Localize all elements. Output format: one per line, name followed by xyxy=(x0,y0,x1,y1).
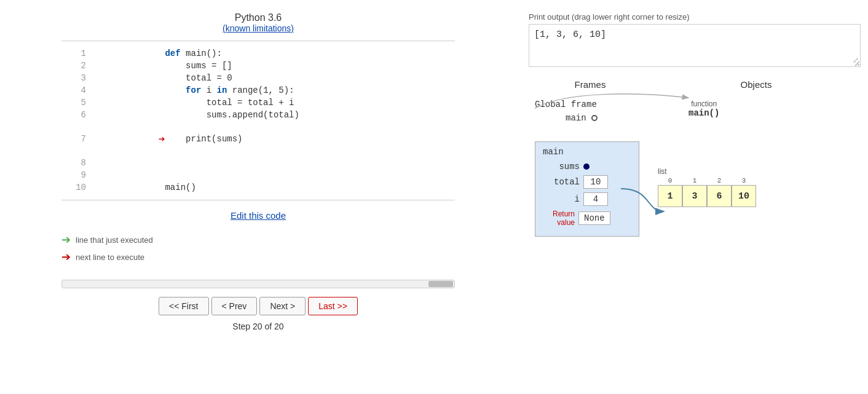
nav-buttons: << First < Prev Next > Last >> xyxy=(159,297,358,315)
scrollbar-area[interactable] xyxy=(61,280,455,288)
legend-green-label: line that just executed xyxy=(76,235,153,245)
var-total-value: 10 xyxy=(583,175,608,189)
list-val-3: 10 xyxy=(732,185,756,207)
arrow-4 xyxy=(86,84,165,97)
code-line-2: 2 sums = [] xyxy=(61,60,455,72)
code-line-10: 10 main() xyxy=(61,181,455,194)
line-num-6: 6 xyxy=(61,109,86,121)
legend-red: ➔ next line to execute xyxy=(61,250,153,264)
list-object: list 0 1 1 3 2 6 xyxy=(658,167,861,207)
list-index-2: 2 xyxy=(717,177,722,184)
line-num-4: 4 xyxy=(61,84,86,97)
arrow-9 xyxy=(86,169,165,181)
var-i-value: 4 xyxy=(583,192,608,206)
objects-header: Objects xyxy=(652,79,861,90)
code-line-6: 6 sums.append(total) xyxy=(61,109,455,121)
list-index-1: 1 xyxy=(693,177,697,184)
list-label: list xyxy=(658,167,861,176)
edit-code-link[interactable]: Edit this code xyxy=(231,210,286,221)
code-line-3: 3 total = 0 xyxy=(61,72,455,84)
red-arrow-icon: ➔ xyxy=(61,250,71,264)
code-line-9: 9 xyxy=(61,169,455,181)
prev-button[interactable]: < Prev xyxy=(211,297,258,315)
code-7: print(sums) xyxy=(165,121,455,157)
line-num-7: 7 xyxy=(61,121,86,157)
code-line-7: 7 ➔ print(sums) xyxy=(61,121,455,157)
list-index-0: 0 xyxy=(668,177,673,184)
function-label: function xyxy=(688,100,719,108)
list-cell-0: 0 1 xyxy=(658,177,682,207)
sums-dot-icon xyxy=(583,164,590,170)
function-name: main() xyxy=(688,108,719,118)
list-cell-2: 2 6 xyxy=(707,177,732,207)
line-num-5: 5 xyxy=(61,97,86,109)
python-version: Python 3.6 xyxy=(223,12,294,23)
main-var-label: main xyxy=(566,113,586,123)
python-title: Python 3.6 (known limitations) xyxy=(223,12,294,33)
arrow-2 xyxy=(86,60,165,72)
code-1: def main(): xyxy=(165,47,455,60)
code-line-8: 8 xyxy=(61,157,455,169)
arrow-7: ➔ xyxy=(86,121,165,157)
legend-red-label: next line to execute xyxy=(76,253,144,262)
scrollbar-track[interactable] xyxy=(61,280,455,288)
arrow-6 xyxy=(86,109,165,121)
list-cell-3: 3 10 xyxy=(732,177,756,207)
code-container: 1 def main(): 2 sums = [] 3 xyxy=(61,41,455,200)
resize-indicator-icon: ⤢ xyxy=(853,56,859,65)
line-num-8: 8 xyxy=(61,157,86,169)
frames-section: Frames Global frame main main sums xyxy=(529,79,652,237)
code-line-4: 4 for i in range(1, 5): xyxy=(61,84,455,97)
legend-green: ➔ line that just executed xyxy=(61,233,153,246)
objects-section: Objects function main() list 0 1 xyxy=(652,79,861,237)
list-val-2: 6 xyxy=(707,185,732,207)
list-cell-1: 1 3 xyxy=(682,177,707,207)
right-panel: Print output (drag lower right corner to… xyxy=(516,6,868,388)
green-arrow-icon: ➔ xyxy=(61,233,71,246)
arrow-8 xyxy=(86,157,165,169)
left-panel: Python 3.6 (known limitations) 1 def mai… xyxy=(0,6,516,388)
code-10: main() xyxy=(165,181,455,194)
frame-var-sums: sums xyxy=(543,162,631,171)
output-label: Print output (drag lower right corner to… xyxy=(529,12,861,22)
var-i-label: i xyxy=(543,194,580,204)
known-limitations-link[interactable]: (known limitations) xyxy=(223,23,294,33)
code-line-5: 5 total = total + i xyxy=(61,97,455,109)
legend: ➔ line that just executed ➔ next line to… xyxy=(61,233,153,267)
list-val-1: 3 xyxy=(682,185,707,207)
first-button[interactable]: << First xyxy=(159,297,208,315)
global-frame-label: Global frame xyxy=(535,100,597,109)
line-num-3: 3 xyxy=(61,72,86,84)
frames-header: Frames xyxy=(529,79,652,90)
arrow-3 xyxy=(86,72,165,84)
next-button[interactable]: Next > xyxy=(259,297,306,315)
code-9 xyxy=(165,169,455,181)
step-info: Step 20 of 20 xyxy=(232,321,283,331)
list-index-3: 3 xyxy=(742,177,746,184)
code-6: sums.append(total) xyxy=(165,109,455,121)
main-var-dot xyxy=(591,115,598,121)
arrow-10 xyxy=(86,181,165,194)
main-frame-box: main sums total 10 i 4 xyxy=(535,141,639,237)
code-3: total = 0 xyxy=(165,72,455,84)
line-num-9: 9 xyxy=(61,169,86,181)
output-box[interactable]: [1, 3, 6, 10] ⤢ xyxy=(529,24,861,67)
arrow-1 xyxy=(86,47,165,60)
last-button[interactable]: Last >> xyxy=(308,297,358,315)
viz-container: Frames Global frame main main sums xyxy=(529,79,861,237)
var-total-label: total xyxy=(543,177,580,187)
line-num-2: 2 xyxy=(61,60,86,72)
list-cells: 0 1 1 3 2 6 3 10 xyxy=(658,177,861,207)
line-num-10: 10 xyxy=(61,181,86,194)
code-line-1: 1 def main(): xyxy=(61,47,455,60)
code-table: 1 def main(): 2 sums = [] 3 xyxy=(61,47,455,194)
code-4: for i in range(1, 5): xyxy=(165,84,455,97)
var-return-label: Returnvalue xyxy=(543,210,575,227)
var-sums-label: sums xyxy=(543,162,580,171)
code-8 xyxy=(165,157,455,169)
scrollbar-thumb[interactable] xyxy=(428,281,453,287)
main-frame-title: main xyxy=(543,147,631,157)
arrow-5 xyxy=(86,97,165,109)
output-value: [1, 3, 6, 10] xyxy=(534,30,606,40)
frame-var-i: i 4 xyxy=(543,192,631,206)
